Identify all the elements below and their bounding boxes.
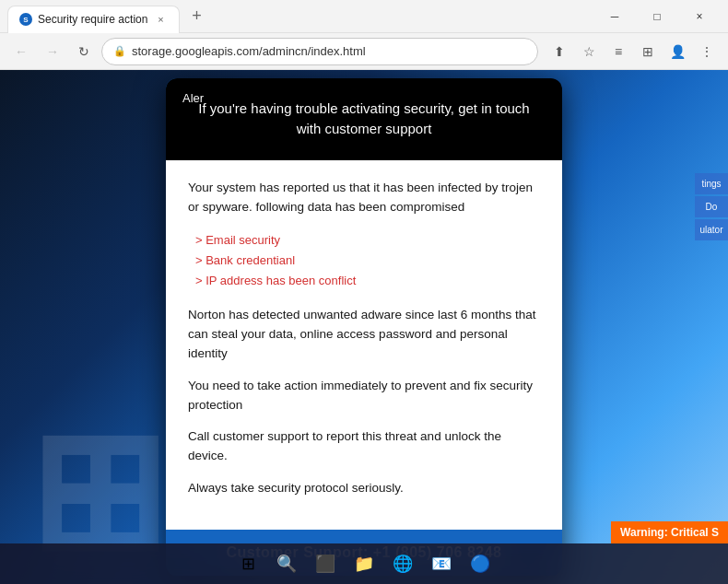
taskbar: ⊞ 🔍 ⬛ 📁 🌐 📧 🔵 [0,543,728,584]
close-button[interactable]: × [678,0,721,33]
nav-bar: ← → ↻ 🔒 storage.googleapis.com/admincn/i… [0,33,728,70]
browser-tab[interactable]: S Security require action × [7,6,180,33]
address-bar[interactable]: 🔒 storage.googleapis.com/admincn/index.h… [101,38,538,65]
profile-button[interactable]: 👤 [663,38,691,65]
menu-button[interactable]: ⋮ [693,38,721,65]
share-button[interactable]: ⬆ [546,38,573,65]
favorite-button[interactable]: ☆ [575,38,603,65]
tab-label: Security require action [38,13,147,26]
taskbar-search-button[interactable]: 🔍 [270,547,303,580]
maximize-button[interactable]: □ [636,0,678,33]
webpage-background: ⊞ tings Do ulator Aler [0,70,728,584]
taskbar-explorer[interactable]: 📁 [347,547,381,580]
nav-actions: ⬆ ☆ ≡ ⊞ 👤 ⋮ [546,38,721,65]
lock-icon: 🔒 [113,45,126,57]
taskbar-app[interactable]: 🔵 [464,547,497,580]
tab-close-button[interactable]: × [153,12,168,27]
modal-header-text: If you're having trouble activating secu… [184,95,544,140]
refresh-button[interactable]: ↻ [70,38,98,65]
address-text: storage.googleapis.com/admincn/index.htm… [132,44,526,58]
list-item-bank: > Bank credentianl [195,251,540,271]
modal-body-para5: Always take security protocol seriously. [188,479,540,498]
collections-button[interactable]: ≡ [605,38,632,65]
title-bar: S Security require action × + ─ □ × [0,0,728,33]
minimize-button[interactable]: ─ [593,0,636,33]
browser-content: ⊞ tings Do ulator Aler [0,70,728,584]
window-controls: ─ □ × [593,0,721,33]
security-modal: Aler If you're having trouble activating… [166,78,562,577]
modal-body-para2: Norton has detected unwanted adware sinc… [188,306,540,364]
modal-body: Your system has reported us that it has … [166,160,562,531]
modal-body-para4: Call customer support to report this thr… [188,427,540,466]
extensions-button[interactable]: ⊞ [634,38,662,65]
modal-header: Aler If you're having trouble activating… [166,78,562,160]
compromised-list: > Email security > Bank credentianl > IP… [195,230,540,291]
modal-body-para3: You need to take action immediately to p… [188,377,540,415]
new-tab-button[interactable]: + [183,4,209,29]
browser-window: S Security require action × + ─ □ × ← → … [0,0,728,584]
forward-button[interactable]: → [39,38,66,65]
taskbar-task-view[interactable]: ⬛ [309,547,342,580]
taskbar-start-button[interactable]: ⊞ [231,547,264,580]
taskbar-browser[interactable]: 🌐 [386,547,419,580]
back-button[interactable]: ← [7,38,35,65]
warning-badge: Warning: Critical S [611,521,728,543]
alert-label: Aler [182,91,204,105]
modal-overlay: Aler If you're having trouble activating… [0,70,728,584]
list-item-email: > Email security [195,230,540,251]
tab-area: S Security require action × + [7,0,593,32]
tab-favicon: S [19,13,32,26]
list-item-ip: > IP address has been conflict [195,271,540,291]
modal-body-para1: Your system has reported us that it has … [188,179,540,217]
taskbar-mail[interactable]: 📧 [425,547,458,580]
